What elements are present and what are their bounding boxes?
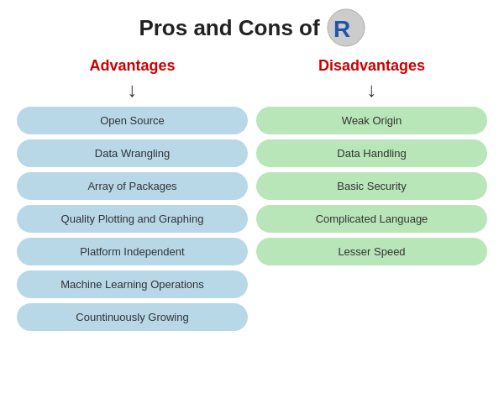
advantages-arrow: ↓ (128, 80, 138, 100)
disadvantages-arrow: ↓ (367, 80, 377, 100)
header: Pros and Cons of R (139, 8, 365, 47)
disadvantages-column: Disadvantages ↓ Weak Origin Data Handlin… (256, 57, 487, 336)
list-item: Data Handling (256, 139, 487, 167)
list-item: Weak Origin (256, 107, 487, 134)
list-item: Countinuously Growing (17, 303, 248, 331)
list-item: Array of Packages (17, 172, 248, 200)
columns-container: Advantages ↓ Open Source Data Wrangling … (17, 57, 487, 336)
list-item: Data Wrangling (17, 139, 248, 167)
list-item: Machine Learning Operations (17, 270, 248, 298)
page-title: Pros and Cons of (139, 15, 319, 41)
list-item: Basic Security (256, 172, 487, 200)
r-logo: R (327, 8, 365, 47)
disadvantages-title: Disadvantages (318, 57, 425, 75)
page: Pros and Cons of R Advantages ↓ Open Sou… (0, 0, 504, 420)
advantages-title: Advantages (89, 57, 175, 75)
list-item: Platform Independent (17, 238, 248, 265)
list-item: Complicated Language (256, 205, 487, 233)
advantages-column: Advantages ↓ Open Source Data Wrangling … (17, 57, 248, 336)
list-item: Quality Plotting and Graphing (17, 205, 248, 233)
list-item: Lesser Speed (256, 238, 487, 265)
svg-text:R: R (333, 16, 350, 42)
list-item: Open Source (17, 107, 248, 134)
